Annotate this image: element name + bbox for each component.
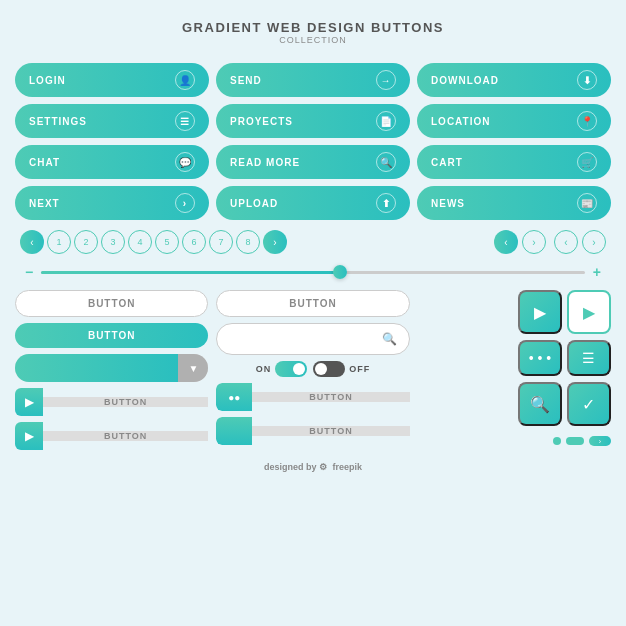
on-off-row: ON OFF [216, 361, 409, 377]
icon-btns-row3: 🔍 ✓ [518, 382, 611, 426]
search-input-row[interactable]: 🔍 [216, 323, 409, 355]
footer-designed-by: designed by [264, 462, 317, 472]
switch-off-body[interactable] [313, 361, 345, 377]
login-icon: 👤 [175, 70, 195, 90]
toggle-off[interactable]: OFF [313, 361, 370, 377]
download-button[interactable]: DOWNLOAD ⬇ [417, 63, 611, 97]
pagination-prev[interactable]: ‹ [20, 230, 44, 254]
proyects-label: PROYECTS [230, 116, 293, 127]
toggle-left-section [15, 354, 178, 382]
location-label: LOCATION [431, 116, 490, 127]
split-btn-icon-4 [216, 417, 252, 445]
pagination-right: ‹ › ‹ › [494, 230, 606, 254]
slider-minus[interactable]: − [25, 264, 33, 280]
proyects-button[interactable]: PROYECTS 📄 [216, 104, 410, 138]
outline-button-1[interactable]: BUTTON [15, 290, 208, 317]
slider-thumb[interactable] [333, 265, 347, 279]
split-button-4[interactable]: BUTTON [216, 417, 409, 445]
bottom-right-col: ▶ ▶ • • • ☰ 🔍 ✓ › [418, 290, 611, 450]
chat-icon: 💬 [175, 152, 195, 172]
next-button[interactable]: NEXT › [15, 186, 209, 220]
search-icon: 🔍 [382, 332, 397, 346]
read-more-button[interactable]: READ MORE 🔍 [216, 145, 410, 179]
chat-button[interactable]: CHAT 💬 [15, 145, 209, 179]
upload-label: UPLOAD [230, 198, 278, 209]
buttons-col1: LOGIN 👤 SETTINGS ☰ CHAT 💬 NEXT › [15, 63, 209, 220]
news-button[interactable]: NEWS 📰 [417, 186, 611, 220]
settings-label: SETTINGS [29, 116, 87, 127]
on-label: ON [256, 364, 272, 374]
read-more-icon: 🔍 [376, 152, 396, 172]
settings-icon: ☰ [175, 111, 195, 131]
toggle-right-section: ▼ [178, 354, 208, 382]
buttons-grid: LOGIN 👤 SETTINGS ☰ CHAT 💬 NEXT › SEND → … [15, 63, 611, 220]
read-more-label: READ MORE [230, 157, 300, 168]
off-label: OFF [349, 364, 370, 374]
menu-icon-button[interactable]: ☰ [567, 340, 611, 376]
split-btn-label-1: BUTTON [43, 397, 208, 407]
toggle-chevron-icon: ▼ [188, 363, 198, 374]
nav-left-outline2[interactable]: ‹ [554, 230, 578, 254]
slider-plus[interactable]: + [593, 264, 601, 280]
check-icon-button[interactable]: ✓ [567, 382, 611, 426]
download-icon: ⬇ [577, 70, 597, 90]
play-outline-icon-button[interactable]: ▶ [567, 290, 611, 334]
slider-track[interactable] [41, 271, 585, 274]
page-title: GRADIENT WEB DESIGN BUTTONS COLLECTION [182, 20, 444, 45]
nav-left-filled[interactable]: ‹ [494, 230, 518, 254]
nav-right-outline2[interactable]: › [582, 230, 606, 254]
split-btn-label-3: BUTTON [252, 392, 409, 402]
play-icon-button[interactable]: ▶ [518, 290, 562, 334]
upload-button[interactable]: UPLOAD ⬆ [216, 186, 410, 220]
switch-on-body[interactable] [275, 361, 307, 377]
split-button-3[interactable]: ●● BUTTON [216, 383, 409, 411]
settings-button[interactable]: SETTINGS ☰ [15, 104, 209, 138]
pagination-next[interactable]: › [263, 230, 287, 254]
page-2[interactable]: 2 [74, 230, 98, 254]
page-3[interactable]: 3 [101, 230, 125, 254]
split-btn-icon-2: ▶ [15, 422, 43, 450]
title-main: GRADIENT WEB DESIGN BUTTONS [182, 20, 444, 35]
proyects-icon: 📄 [376, 111, 396, 131]
page-8[interactable]: 8 [236, 230, 260, 254]
dot-1 [553, 437, 561, 445]
search-icon-button[interactable]: 🔍 [518, 382, 562, 426]
solid-button-1[interactable]: BUTTON [15, 323, 208, 348]
toggle-on[interactable]: ON [256, 361, 308, 377]
cart-button[interactable]: CART 🛒 [417, 145, 611, 179]
dots-icon-button[interactable]: • • • [518, 340, 562, 376]
toggle-row-1[interactable]: ▼ [15, 354, 208, 382]
login-button[interactable]: LOGIN 👤 [15, 63, 209, 97]
split-btn-label-4: BUTTON [252, 426, 409, 436]
location-icon: 📍 [577, 111, 597, 131]
page-1[interactable]: 1 [47, 230, 71, 254]
page-7[interactable]: 7 [209, 230, 233, 254]
slider-fill [41, 271, 340, 274]
outline-button-2[interactable]: BUTTON [216, 290, 409, 317]
send-icon: → [376, 70, 396, 90]
title-sub: COLLECTION [182, 35, 444, 45]
page-4[interactable]: 4 [128, 230, 152, 254]
nav-right-outline[interactable]: › [522, 230, 546, 254]
page-5[interactable]: 5 [155, 230, 179, 254]
icon-btns-row2: • • • ☰ [518, 340, 611, 376]
slider-section: − + [15, 264, 611, 280]
split-btn-icon-1: ▶ [15, 388, 43, 416]
location-button[interactable]: LOCATION 📍 [417, 104, 611, 138]
dot-oval [566, 437, 584, 445]
split-button-2[interactable]: ▶ BUTTON [15, 422, 208, 450]
bottom-section: BUTTON BUTTON ▼ ▶ BUTTON ▶ BUTTON BUTTON… [15, 290, 611, 450]
pagination-left: ‹ 1 2 3 4 5 6 7 8 › [20, 230, 287, 254]
bottom-left-col: BUTTON BUTTON ▼ ▶ BUTTON ▶ BUTTON [15, 290, 208, 450]
chat-label: CHAT [29, 157, 60, 168]
dot-arrow: › [589, 436, 611, 446]
upload-icon: ⬆ [376, 193, 396, 213]
news-label: NEWS [431, 198, 465, 209]
split-button-1[interactable]: ▶ BUTTON [15, 388, 208, 416]
page-6[interactable]: 6 [182, 230, 206, 254]
news-icon: 📰 [577, 193, 597, 213]
pagination-section: ‹ 1 2 3 4 5 6 7 8 › ‹ › ‹ › [15, 230, 611, 254]
cart-label: CART [431, 157, 463, 168]
dots-indicator-row: › [553, 436, 611, 446]
send-button[interactable]: SEND → [216, 63, 410, 97]
